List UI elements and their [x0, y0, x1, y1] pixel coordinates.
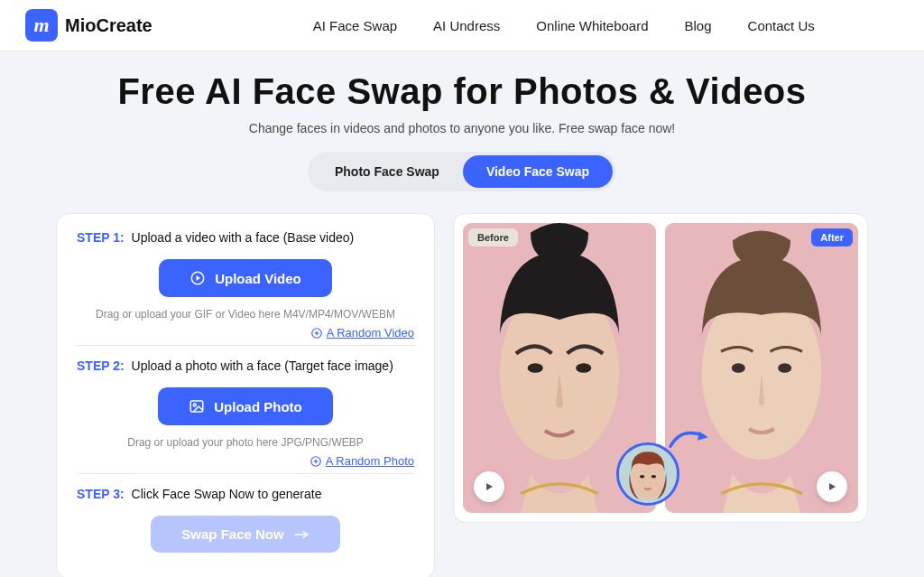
step-3-desc: Click Face Swap Now to generate — [132, 487, 322, 501]
random-photo-link[interactable]: A Random Photo — [310, 454, 414, 468]
swap-face-now-label: Swap Face Now — [181, 526, 283, 542]
swap-face-now-button[interactable]: Swap Face Now — [151, 516, 339, 553]
tab-photo-face-swap[interactable]: Photo Face Swap — [311, 155, 463, 188]
image-icon — [189, 398, 205, 414]
random-photo-text: A Random Photo — [326, 454, 414, 468]
step-2-desc: Upload a photo with a face (Target face … — [132, 358, 393, 373]
upload-photo-button[interactable]: Upload Photo — [158, 387, 333, 425]
upload-photo-label: Upload Photo — [214, 399, 302, 414]
swap-arrow-icon — [666, 423, 711, 459]
upload-video-button[interactable]: Upload Video — [159, 259, 332, 297]
random-photo-row: A Random Photo — [77, 454, 414, 468]
page-subtitle: Change faces in videos and photos to any… — [18, 121, 906, 135]
svg-point-24 — [640, 475, 644, 479]
random-video-text: A Random Video — [327, 326, 414, 340]
svg-point-18 — [732, 363, 745, 373]
main-content: STEP 1: Upload a video with a face (Base… — [0, 199, 924, 577]
svg-marker-1 — [197, 275, 201, 281]
svg-point-14 — [576, 363, 591, 373]
step-2-label: STEP 2: — [77, 358, 125, 373]
svg-point-6 — [194, 404, 197, 406]
target-face-illustration — [619, 445, 677, 503]
tab-video-face-swap[interactable]: Video Face Swap — [463, 155, 613, 188]
play-circle-icon — [189, 270, 206, 286]
step-1-label: STEP 1: — [77, 230, 125, 245]
step-3: STEP 3: Click Face Swap Now to generate … — [77, 487, 414, 553]
nav-ai-undress[interactable]: AI Undress — [433, 18, 500, 33]
brand-logo[interactable]: m MioCreate — [25, 9, 152, 42]
svg-point-19 — [778, 363, 791, 373]
divider-1 — [77, 345, 414, 346]
svg-marker-20 — [829, 483, 836, 490]
step-1-title: STEP 1: Upload a video with a face (Base… — [77, 230, 414, 245]
nav-ai-face-swap[interactable]: AI Face Swap — [313, 18, 397, 33]
svg-rect-5 — [191, 401, 204, 412]
random-video-row: A Random Video — [77, 326, 414, 340]
brand-logo-icon: m — [25, 9, 58, 42]
top-nav: m MioCreate AI Face Swap AI Undress Onli… — [0, 0, 924, 51]
after-badge: After — [811, 228, 853, 247]
step-3-title: STEP 3: Click Face Swap Now to generate — [77, 487, 414, 501]
step-1: STEP 1: Upload a video with a face (Base… — [77, 230, 414, 340]
svg-marker-15 — [486, 483, 493, 490]
step-2-hint: Drag or upload your photo here JPG/PNG/W… — [77, 436, 414, 449]
step-2-title: STEP 2: Upload a photo with a face (Targ… — [77, 358, 414, 373]
hero: Free AI Face Swap for Photos & Videos Ch… — [0, 51, 924, 199]
upload-video-label: Upload Video — [215, 271, 301, 286]
play-before-button[interactable] — [474, 471, 504, 502]
nav-links: AI Face Swap AI Undress Online Whiteboar… — [313, 18, 815, 33]
steps-panel: STEP 1: Upload a video with a face (Base… — [56, 213, 435, 577]
plus-circle-icon — [310, 455, 322, 468]
divider-2 — [77, 473, 414, 474]
nav-online-whiteboard[interactable]: Online Whiteboard — [536, 18, 648, 33]
preview-grid: Before — [463, 223, 858, 513]
svg-marker-21 — [698, 432, 708, 441]
step-1-desc: Upload a video with a face (Base video) — [132, 230, 355, 245]
nav-blog[interactable]: Blog — [685, 18, 712, 33]
before-badge: Before — [468, 228, 518, 247]
brand-name: MioCreate — [65, 15, 152, 36]
svg-point-25 — [651, 475, 656, 479]
random-video-link[interactable]: A Random Video — [310, 326, 414, 340]
preview-after-tile: After — [665, 223, 858, 513]
brand-glyph: m — [33, 14, 49, 37]
page-title: Free AI Face Swap for Photos & Videos — [18, 71, 906, 112]
mode-toggle: Photo Face Swap Video Face Swap — [308, 152, 616, 191]
step-1-hint: Drag or upload your GIF or Video here M4… — [77, 308, 414, 321]
target-face-thumbnail[interactable] — [616, 442, 679, 506]
face-after-illustration — [665, 223, 858, 513]
arrow-right-icon — [293, 528, 310, 541]
nav-contact-us[interactable]: Contact Us — [748, 18, 815, 33]
plus-circle-icon — [310, 327, 323, 340]
preview-panel: Before — [453, 213, 868, 523]
svg-point-13 — [528, 363, 543, 373]
play-after-button[interactable] — [817, 471, 847, 502]
step-3-label: STEP 3: — [77, 487, 125, 501]
step-2: STEP 2: Upload a photo with a face (Targ… — [77, 358, 414, 468]
